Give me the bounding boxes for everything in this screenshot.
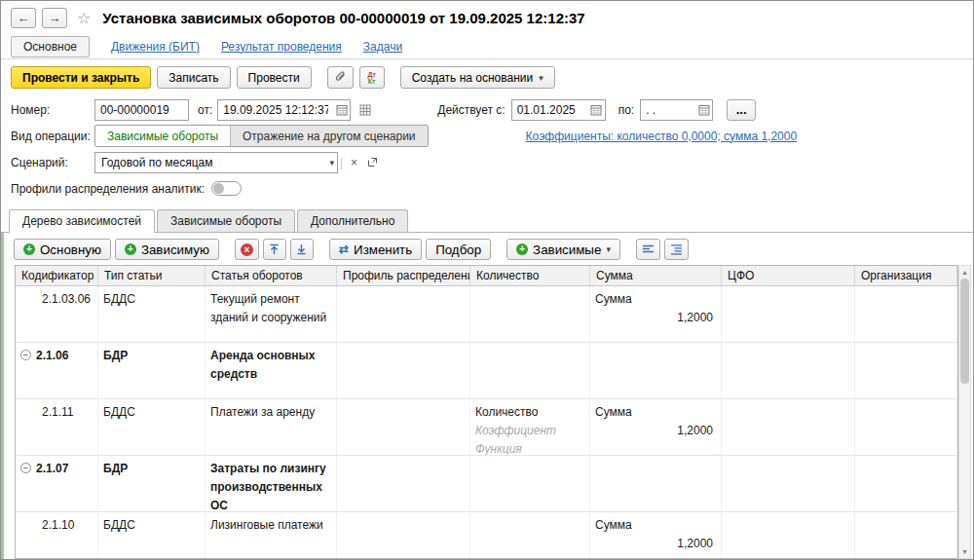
add-main-button[interactable]: + Основную <box>14 239 111 260</box>
table-row[interactable]: 2.1.11БДДСПлатежи за арендуКоличествоКоэ… <box>16 399 957 456</box>
cell-quantity <box>470 456 590 511</box>
tab-dependent-turnovers[interactable]: Зависимые обороты <box>157 209 295 232</box>
cell-article: Платежи за аренду <box>206 399 337 455</box>
tree-collapse-icon[interactable]: − <box>20 463 31 473</box>
delete-row-button[interactable]: × <box>235 239 259 260</box>
scenario-combobox[interactable]: Годовой по месяцам ▾ <box>94 152 338 173</box>
open-form-icon <box>367 157 378 168</box>
post-button[interactable]: Провести <box>237 66 312 89</box>
cell-cfo <box>722 286 855 342</box>
tab-posting-result-link[interactable]: Результат проведения <box>221 40 342 54</box>
tab-tasks-link[interactable]: Задачи <box>363 40 402 54</box>
operation-option-other-scenario[interactable]: Отражение на другом сценарии <box>230 126 428 146</box>
move-down-button[interactable] <box>290 239 314 260</box>
scroll-track[interactable] <box>959 279 970 545</box>
back-button[interactable]: ← <box>11 8 36 28</box>
scenario-value: Годовой по месяцам <box>101 156 329 169</box>
add-dependent-button[interactable]: + Зависимую <box>115 239 219 260</box>
profiles-toggle-switch[interactable] <box>211 181 242 196</box>
cell-article: Текущий ремонт зданий и сооружений <box>206 286 337 342</box>
cell-quantity <box>470 512 590 558</box>
grid-header: КодификаторТип статьиСтатья оборотовПроф… <box>16 266 957 286</box>
cell-cfo <box>722 343 855 398</box>
column-header[interactable]: Количество <box>470 266 590 285</box>
table-row[interactable]: −2.1.06БДРАренда основных средств <box>16 343 957 399</box>
tab-main[interactable]: Основное <box>11 36 90 57</box>
date-input[interactable] <box>218 103 333 117</box>
cell-quantity <box>470 286 590 342</box>
form-row-scenario: Сценарий: Годовой по месяцам ▾ | × <box>11 149 963 175</box>
dependents-menu-button[interactable]: + Зависимые ▾ <box>506 239 620 260</box>
pick-button[interactable]: Подбор <box>426 239 491 260</box>
column-header[interactable]: Профиль распределения <box>337 266 470 285</box>
cell-sum <box>590 456 722 511</box>
scroll-down-arrow[interactable]: ▼ <box>959 545 970 558</box>
scroll-up-arrow[interactable]: ▲ <box>959 266 970 279</box>
column-header[interactable]: ЦФО <box>722 266 855 285</box>
change-label: Изменить <box>354 243 412 257</box>
column-header[interactable]: Организация <box>855 266 957 285</box>
valid-from-input[interactable] <box>512 103 588 117</box>
form-row-operation: Вид операции: Зависимые обороты Отражени… <box>11 123 963 149</box>
column-header[interactable]: Кодификатор <box>16 266 98 285</box>
write-button[interactable]: Записать <box>157 66 230 89</box>
change-button[interactable]: ⇄ Изменить <box>329 239 422 260</box>
scenario-open-button[interactable] <box>363 153 382 172</box>
cell-sum: Сумма1,2000 <box>590 512 722 558</box>
cell-codifier: −2.1.07 <box>16 456 98 511</box>
nav-tabs: Основное Движения (БИТ) Результат провед… <box>1 32 973 59</box>
valid-from-field[interactable] <box>511 99 606 121</box>
move-up-button[interactable] <box>263 239 286 260</box>
number-input[interactable] <box>95 103 188 117</box>
grid-icon-button[interactable] <box>356 100 375 120</box>
valid-to-field[interactable] <box>640 99 713 121</box>
column-header[interactable]: Тип статьи <box>98 266 206 285</box>
column-header[interactable]: Статья оборотов <box>206 266 337 285</box>
valid-to-calendar-button[interactable] <box>695 100 712 120</box>
tab-movements-link[interactable]: Движения (БИТ) <box>111 40 200 54</box>
table-row[interactable]: 2.1.10БДДСЛизинговые платежиСумма1,2000 <box>16 512 957 558</box>
date-field[interactable] <box>217 99 351 121</box>
dtkt-button[interactable]: Дт Кт <box>359 66 385 89</box>
valid-to-input[interactable] <box>641 103 695 117</box>
post-and-close-button[interactable]: Провести и закрыть <box>11 66 151 89</box>
cell-organization <box>855 399 957 455</box>
plus-circle-icon: + <box>125 243 136 255</box>
collapse-all-button[interactable] <box>636 239 660 260</box>
cell-article-type: БДР <box>98 456 206 511</box>
cell-sum: Сумма1,2000 <box>590 399 722 455</box>
cell-codifier: 2.1.03.06 <box>16 286 98 342</box>
cell-article-type: БДДС <box>98 399 206 455</box>
coefficients-link[interactable]: Коэффициенты: количество 0,0000; сумма 1… <box>526 130 798 143</box>
more-options-button[interactable]: ... <box>727 99 756 121</box>
cell-sum: Сумма1,2000 <box>590 286 722 342</box>
tab-dependency-tree[interactable]: Дерево зависимостей <box>9 209 155 233</box>
favorite-star-icon[interactable]: ☆ <box>77 9 91 27</box>
scroll-thumb[interactable] <box>960 279 969 384</box>
grid-icon <box>359 104 371 116</box>
cell-distribution-profile <box>337 512 470 558</box>
paperclip-icon <box>334 71 347 84</box>
cell-cfo <box>722 456 855 511</box>
tab-additional[interactable]: Дополнительно <box>297 209 408 232</box>
vertical-scrollbar[interactable]: ▲ ▼ <box>958 265 971 559</box>
create-based-on-button[interactable]: Создать на основании ▾ <box>400 66 555 89</box>
expand-all-button[interactable] <box>664 239 689 260</box>
valid-from-calendar-button[interactable] <box>588 100 605 120</box>
cell-distribution-profile <box>337 399 470 455</box>
cell-cfo <box>722 512 855 558</box>
forward-button[interactable]: → <box>42 8 67 28</box>
scenario-clear-button[interactable]: × <box>345 153 363 172</box>
date-label: от: <box>198 103 212 117</box>
number-label: Номер: <box>11 103 94 117</box>
chevron-down-icon: ▾ <box>539 73 543 83</box>
operation-option-dependent[interactable]: Зависимые обороты <box>95 126 230 146</box>
tree-collapse-icon[interactable]: − <box>20 350 31 360</box>
table-row[interactable]: 2.1.03.06БДДСТекущий ремонт зданий и соо… <box>16 286 957 343</box>
column-header[interactable]: Сумма <box>590 266 722 285</box>
attachments-button[interactable] <box>327 66 354 89</box>
pick-label: Подбор <box>435 243 481 257</box>
table-row[interactable]: −2.1.07БДРЗатраты по лизингу производств… <box>16 456 957 512</box>
number-field[interactable] <box>94 99 189 121</box>
date-calendar-button[interactable] <box>333 100 350 120</box>
